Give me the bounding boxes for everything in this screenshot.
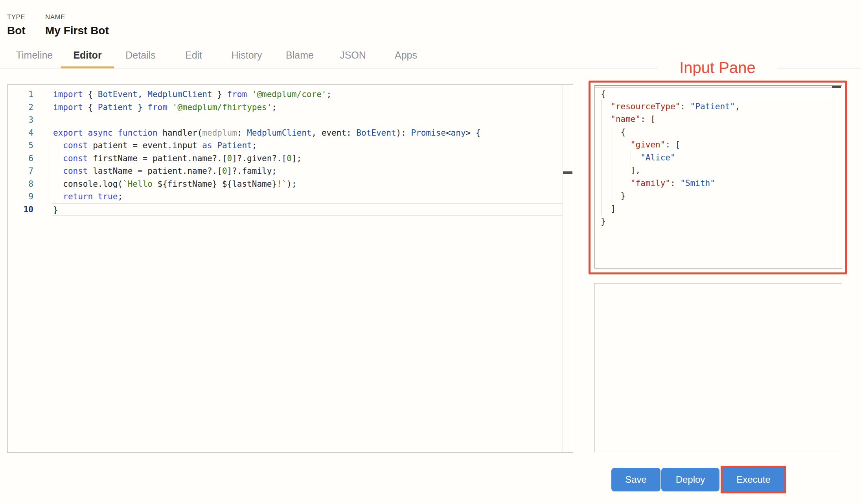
- code-token-kw: true: [98, 192, 118, 201]
- input-json-line[interactable]: ]: [595, 202, 832, 215]
- editor-code-area[interactable]: import { BotEvent, MedplumClient } from …: [52, 88, 563, 216]
- tab-apps[interactable]: Apps: [379, 44, 432, 68]
- code-token-pl: ;: [326, 90, 331, 99]
- editor-line-number: 2: [7, 101, 52, 114]
- editor-code-line[interactable]: return true;: [52, 190, 563, 203]
- code-token-jp: ]: [601, 204, 616, 213]
- editor-line-number: 4: [7, 127, 52, 140]
- code-token-st: `Hello: [123, 179, 158, 189]
- input-json-pane[interactable]: { "resourceType": "Patient", "name": [ {…: [594, 85, 842, 269]
- tab-details[interactable]: Details: [114, 44, 167, 68]
- code-token-kw: from: [147, 103, 167, 112]
- input-json-line[interactable]: {: [595, 126, 832, 139]
- code-token-kw: function: [118, 128, 157, 138]
- resource-name-block: NAME My First Bot: [45, 13, 109, 37]
- code-token-pl: [93, 192, 98, 201]
- editor-code-line[interactable]: const lastName = patient.name?.[0]?.fami…: [52, 165, 563, 178]
- code-token-ty: Patient: [98, 103, 133, 112]
- code-token-pl: ;: [118, 192, 123, 201]
- input-json-line[interactable]: }: [595, 215, 832, 228]
- input-json-line[interactable]: "resourceType": "Patient",: [595, 100, 832, 113]
- code-token-ty: MedplumClient: [147, 90, 212, 99]
- code-token-pl: , event:: [312, 128, 357, 138]
- code-token-jp: }: [601, 217, 606, 226]
- code-token-pl: }: [53, 205, 58, 215]
- editor-line-number: 7: [7, 165, 52, 178]
- editor-code-line[interactable]: [52, 114, 563, 127]
- editor-code-line[interactable]: console.log(`Hello ${firstName} ${lastNa…: [52, 178, 563, 191]
- type-value: Bot: [7, 24, 45, 37]
- input-json-line[interactable]: {: [595, 87, 832, 100]
- code-token-pl: ${lastName}: [222, 179, 277, 189]
- input-scrollbar-track[interactable]: [832, 86, 832, 268]
- code-token-kw: async: [88, 128, 113, 138]
- input-json-line[interactable]: "Alice": [595, 151, 832, 164]
- code-token-jp: [601, 102, 611, 111]
- editor-code-line[interactable]: const patient = event.input as Patient;: [52, 139, 563, 152]
- editor-line-number: 8: [7, 178, 52, 191]
- code-token-pl: [53, 154, 63, 163]
- code-token-kw: const: [63, 141, 88, 150]
- code-token-jv: "Smith": [680, 178, 715, 188]
- code-editor[interactable]: 12345678910 import { BotEvent, MedplumCl…: [7, 85, 573, 452]
- code-token-jp: [601, 114, 611, 124]
- input-scrollbar-thumb[interactable]: [832, 86, 841, 88]
- code-token-pl: [53, 166, 63, 176]
- tab-timeline[interactable]: Timeline: [8, 44, 61, 68]
- input-json-line[interactable]: "name": [: [595, 113, 832, 126]
- execute-annotation-box: Execute: [721, 466, 786, 493]
- code-token-jp: ],: [601, 166, 640, 175]
- code-token-jk: "name": [611, 114, 640, 124]
- name-label: NAME: [45, 13, 109, 21]
- input-json-line[interactable]: "given": [: [595, 138, 832, 151]
- code-token-jp: [601, 178, 631, 188]
- editor-code-line[interactable]: import { BotEvent, MedplumClient } from …: [52, 88, 563, 101]
- code-token-ty: MedplumClient: [247, 128, 311, 138]
- code-token-ty: Promise: [411, 128, 446, 138]
- code-token-pl: [167, 103, 173, 112]
- type-label: TYPE: [7, 13, 45, 21]
- code-token-pl: ];: [292, 154, 302, 163]
- tab-json[interactable]: JSON: [326, 44, 379, 68]
- input-json-line[interactable]: "family": "Smith": [595, 177, 832, 190]
- editor-line-number: 5: [7, 139, 52, 152]
- tab-history[interactable]: History: [220, 44, 273, 68]
- deploy-button[interactable]: Deploy: [661, 468, 719, 491]
- code-token-kw: import: [53, 90, 83, 99]
- code-token-jp: ,: [735, 102, 740, 111]
- code-token-jv: "Alice": [640, 153, 675, 162]
- editor-scrollbar-track[interactable]: [563, 85, 563, 452]
- code-token-var: medplum: [202, 128, 237, 138]
- editor-scrollbar-thumb[interactable]: [563, 171, 572, 174]
- page-title: My First Bot: [45, 24, 109, 37]
- code-token-pl: ):: [396, 128, 411, 138]
- code-token-st: !`: [277, 179, 287, 189]
- execute-button[interactable]: Execute: [723, 468, 784, 491]
- code-token-pl: ]?.given?.[: [232, 154, 287, 163]
- editor-code-line[interactable]: }: [52, 203, 563, 216]
- editor-code-line[interactable]: export async function handler(medplum: M…: [52, 127, 563, 140]
- code-token-pl: {: [83, 103, 98, 112]
- code-token-pl: [53, 141, 63, 150]
- input-json-content[interactable]: { "resourceType": "Patient", "name": [ {…: [595, 87, 832, 228]
- code-token-num: 0: [222, 166, 227, 176]
- input-json-line[interactable]: }: [595, 189, 832, 202]
- code-token-st: '@medplum/fhirtypes': [172, 103, 272, 112]
- code-token-pl: {: [83, 90, 98, 99]
- editor-code-line[interactable]: import { Patient } from '@medplum/fhirty…: [52, 101, 563, 114]
- code-token-jp: [601, 140, 631, 149]
- code-token-pl: handler(: [158, 128, 202, 138]
- editor-line-number: 10: [7, 203, 52, 216]
- editor-line-number: 3: [7, 114, 52, 127]
- code-token-pl: }: [132, 103, 147, 112]
- tab-blame[interactable]: Blame: [273, 44, 326, 68]
- code-token-pl: ${firstName}: [158, 179, 217, 189]
- save-button[interactable]: Save: [611, 468, 660, 491]
- code-token-jp: {: [601, 127, 626, 137]
- input-json-line[interactable]: ],: [595, 164, 832, 177]
- tab-edit[interactable]: Edit: [167, 44, 220, 68]
- output-pane: [594, 283, 842, 452]
- code-token-ty: BotEvent: [356, 128, 396, 138]
- tab-editor[interactable]: Editor: [61, 44, 114, 68]
- editor-code-line[interactable]: const firstName = patient.name?.[0]?.giv…: [52, 152, 563, 165]
